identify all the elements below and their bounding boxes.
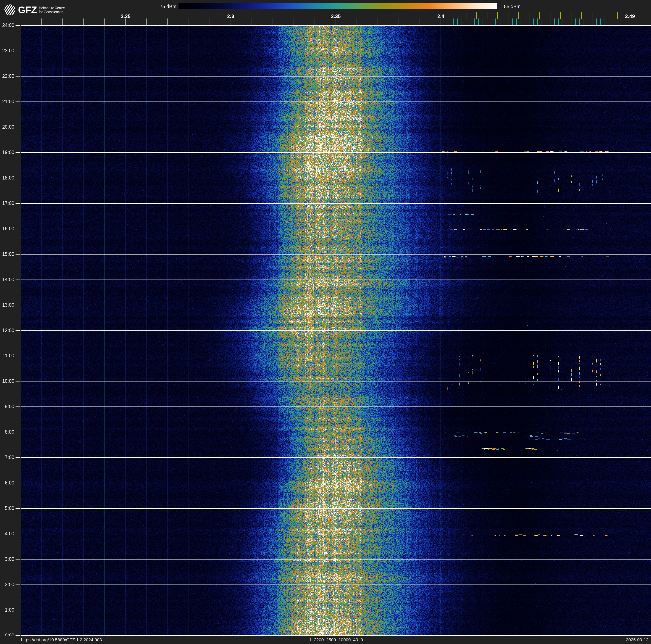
colorbar-max-label: -55 dBm (502, 4, 521, 9)
footer-date: 2025-09-12 (626, 637, 649, 642)
footer-dataset-id: 1_2200_2500_10000_40_0 (309, 637, 363, 642)
logo-name-line2: for Geosciences (39, 10, 63, 14)
spectrogram-page: { "header": { "logo": { "acronym": "GFZ"… (0, 0, 651, 644)
logo-name-line1: Helmholtz Centre (39, 6, 65, 10)
colorbar-min-label: -75 dBm (145, 4, 177, 9)
header-logo: GFZ Helmholtz Centre for Geosciences (4, 4, 65, 16)
logo-acronym: GFZ (18, 4, 37, 16)
gfz-logo-icon (4, 4, 16, 16)
logo-name: Helmholtz Centre for Geosciences (39, 6, 65, 14)
footer-doi-link[interactable]: https://doi.org/10.5880/GFZ.1.2.2024.003 (21, 637, 102, 642)
colorbar (179, 3, 497, 9)
spectrogram-heatmap (0, 0, 651, 644)
